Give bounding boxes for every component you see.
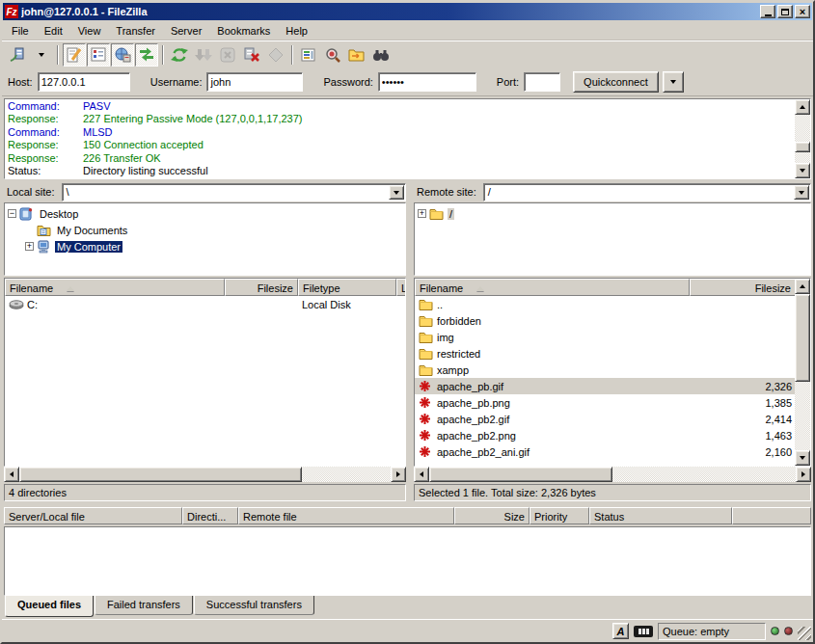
resize-grip-icon[interactable] [798,627,811,640]
password-input[interactable] [378,72,476,92]
column-header-label: Filesize [755,282,791,294]
tree-item[interactable]: +My Computer [6,238,404,255]
menu-bookmarks[interactable]: Bookmarks [209,23,278,39]
queue-column-priority[interactable]: Priority [530,507,589,524]
refresh-icon[interactable] [168,43,191,67]
tab-queued-files[interactable]: Queued files [5,596,94,617]
local-site-dropdown[interactable] [389,185,404,200]
host-input[interactable] [38,72,130,92]
menu-help[interactable]: Help [278,23,315,39]
maximize-button[interactable] [777,5,793,18]
toggle-remote-tree-icon[interactable] [111,43,134,67]
message-log-scrollbar[interactable] [795,99,810,178]
scroll-down-button[interactable] [795,450,810,466]
scroll-left-button[interactable] [4,467,19,482]
queue-column-server-local-file[interactable]: Server/Local file [4,507,182,524]
scrollbar-thumb[interactable] [429,467,612,482]
speed-limits-icon[interactable] [634,626,653,637]
queue-column-size[interactable]: Size [454,507,530,524]
file-row[interactable]: .. [415,296,795,312]
queue-column-status[interactable]: Status [589,507,732,524]
port-input[interactable] [524,72,560,92]
status-bar: A Queue: empty [2,619,813,642]
local-site-combo[interactable]: \ [62,183,406,201]
arrow-up-icon [800,282,805,288]
toggle-transfer-queue-icon[interactable] [135,43,158,67]
menu-edit[interactable]: Edit [37,23,70,39]
file-row[interactable]: img [415,329,795,345]
menu-server[interactable]: Server [163,23,209,39]
scroll-up-button[interactable] [795,99,810,115]
site-manager-icon[interactable] [6,43,29,67]
scroll-down-button[interactable] [795,163,810,178]
directory-listing-filters-icon[interactable] [297,43,320,67]
find-files-icon[interactable] [369,43,393,67]
column-header-filename[interactable]: Filename [5,279,225,296]
file-row[interactable]: apache_pb2_ani.gif2,160 [415,443,795,460]
column-header-filetype[interactable]: Filetype [298,279,396,296]
close-button[interactable]: × [795,5,810,18]
site-manager-dropdown-icon[interactable] [30,43,53,67]
tree-item[interactable]: −Desktop [6,205,404,222]
scrollbar-thumb[interactable] [795,142,810,152]
scrollbar-thumb[interactable] [795,294,810,382]
tab-failed-transfers[interactable]: Failed transfers [95,596,193,615]
quickconnect-button[interactable]: Quickconnect [573,71,659,93]
cancel-operation-icon[interactable] [216,43,239,67]
directory-comparison-icon[interactable] [321,43,344,67]
folder-icon [419,298,435,310]
tab-successful-transfers[interactable]: Successful transfers [194,596,314,615]
queue-column-remote-file[interactable]: Remote file [238,507,454,524]
scroll-right-button[interactable] [796,467,811,482]
column-header-filename[interactable]: Filename [415,279,690,296]
expand-icon[interactable]: + [418,209,426,218]
file-row[interactable]: forbidden [415,312,795,329]
filename-label: img [437,332,454,343]
remote-hscrollbar[interactable] [414,467,811,482]
remote-site-combo[interactable]: / [483,183,811,201]
scroll-left-button[interactable] [414,467,429,482]
column-header-l[interactable]: L [396,279,406,296]
tree-item[interactable]: +/ [416,205,809,222]
toggle-message-log-icon[interactable] [63,43,86,67]
queue-column-directi-[interactable]: Directi... [182,507,238,524]
collapse-icon[interactable]: − [8,209,16,218]
data-type-indicator-icon[interactable]: A [612,623,629,639]
file-row[interactable]: apache_pb2.png1,463 [415,427,795,443]
column-header-filesize[interactable]: Filesize [225,279,298,296]
minimize-button[interactable] [760,5,775,18]
quickconnect-dropdown-button[interactable] [663,71,684,93]
file-row[interactable]: xampp [415,362,795,378]
queue-column-label: Directi... [187,511,226,523]
remote-site-dropdown[interactable] [794,185,809,200]
expand-icon[interactable]: + [25,242,34,251]
pane-splitter[interactable] [406,181,414,501]
file-row[interactable]: apache_pb.gif2,326 [415,378,795,394]
title-bar[interactable]: Fz john@127.0.0.1 - FileZilla × [3,3,812,20]
toggle-local-tree-icon[interactable] [87,43,110,67]
menu-view[interactable]: View [70,23,109,39]
reconnect-icon[interactable] [264,43,287,67]
file-row[interactable]: restricted [415,345,795,362]
local-site-value: \ [67,186,69,198]
file-row[interactable]: apache_pb2.gif2,414 [415,411,795,427]
menu-file[interactable]: File [4,23,37,39]
username-input[interactable] [206,72,303,92]
scroll-right-button[interactable] [391,467,406,482]
menu-transfer[interactable]: Transfer [108,23,163,39]
column-header-filesize[interactable]: Filesize [690,279,796,296]
file-row[interactable]: apache_pb.png1,385 [415,394,795,411]
file-row[interactable]: C:Local Disk [5,296,405,312]
synchronized-browsing-icon[interactable] [345,43,368,67]
remote-vscrollbar[interactable] [795,279,810,466]
activity-led-send-icon [784,627,793,635]
disconnect-icon[interactable] [240,43,263,67]
scroll-up-button[interactable] [795,279,810,294]
scrollbar-thumb[interactable] [19,467,302,482]
queue-column-label: Priority [534,511,567,523]
tree-item[interactable]: My Documents [6,222,404,238]
queue-column-blank[interactable] [732,507,811,524]
local-hscrollbar[interactable] [4,467,406,482]
local-list-body: C:Local Disk [5,296,405,466]
process-queue-icon[interactable] [192,43,215,67]
